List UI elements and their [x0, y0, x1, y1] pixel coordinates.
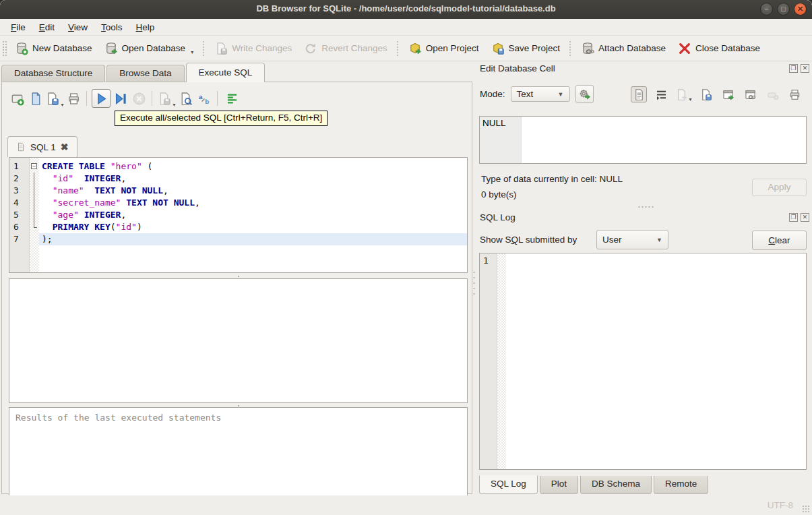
save-sql-file-button[interactable]: ▾ — [45, 89, 64, 108]
apply-button[interactable]: Apply — [752, 179, 807, 196]
close-dock-icon[interactable]: ✕ — [801, 213, 809, 222]
token: "secret_name" — [53, 198, 121, 208]
attach-database-button[interactable]: Attach Database — [575, 38, 672, 59]
dock-tab-sql-log[interactable]: SQL Log — [479, 475, 538, 494]
menu-view[interactable]: View — [61, 20, 94, 34]
print-sql-button[interactable] — [64, 89, 83, 108]
tab-browse-data[interactable]: Browse Data — [106, 65, 184, 82]
menu-tools[interactable]: Tools — [94, 20, 129, 34]
minimize-button[interactable]: − — [760, 3, 773, 16]
tab-database-structure[interactable]: Database Structure — [1, 65, 105, 82]
results-placeholder: Results of the last executed statements — [15, 413, 221, 423]
toolbar-separator — [152, 91, 154, 106]
menu-edit[interactable]: Edit — [32, 20, 61, 34]
dropdown-arrow-icon[interactable]: ▾ — [173, 102, 175, 108]
menu-help[interactable]: Help — [129, 20, 162, 34]
dock-tab-remote[interactable]: Remote — [654, 476, 708, 494]
tab-execute-sql[interactable]: Execute SQL — [186, 63, 266, 82]
open-database-button[interactable]: Open Database▾ — [98, 38, 200, 59]
token: ); — [42, 234, 53, 244]
sql-editor[interactable]: 1234567 − CREATE TABLE "hero" ( "id" INT… — [9, 157, 468, 273]
open-new-tab-button[interactable] — [7, 89, 26, 108]
token — [42, 185, 53, 195]
encoding-indicator[interactable]: UTF-8 — [768, 500, 793, 510]
menu-file[interactable]: File — [4, 20, 32, 34]
save-project-button[interactable]: Save Project — [485, 38, 567, 59]
open-in-external-icon — [675, 88, 688, 101]
token: , — [121, 210, 126, 220]
format-sql-button[interactable] — [222, 89, 241, 108]
sql-file-tab-bar: SQL 1 ✖ — [7, 135, 77, 157]
fold-margin[interactable]: − — [30, 158, 39, 272]
sql1-tab[interactable]: SQL 1 ✖ — [7, 136, 77, 157]
dock-tab-db-schema[interactable]: DB Schema — [580, 476, 652, 494]
execute-all-sql-button[interactable] — [92, 89, 111, 108]
set-as-null-button — [764, 86, 780, 102]
sql1-tab-close-icon[interactable]: ✖ — [61, 142, 69, 152]
dock-tab-plot[interactable]: Plot — [540, 476, 578, 494]
export-to-file-button[interactable] — [720, 86, 736, 102]
dropdown-arrow-icon[interactable]: ▾ — [61, 102, 63, 108]
float-dock-icon[interactable]: ❐ — [789, 64, 798, 73]
text-view-button[interactable] — [631, 86, 647, 102]
results-grid[interactable] — [9, 278, 468, 403]
cell-value: NULL — [482, 118, 506, 128]
find-text-button[interactable] — [176, 89, 195, 108]
cell-editor[interactable]: NULL — [479, 116, 807, 164]
mode-select[interactable]: Text ▼ — [511, 86, 570, 102]
revert-changes-label: Revert Changes — [321, 43, 387, 53]
cell-type-info: Type of data currently in cell: NULL — [481, 174, 623, 184]
revert-changes-icon — [304, 42, 317, 55]
main-area: Database StructureBrowse DataExecute SQL… — [0, 61, 812, 495]
maximize-button[interactable]: □ — [777, 3, 790, 16]
token — [79, 210, 84, 220]
dock-splitter-handle[interactable] — [637, 206, 655, 208]
sql-log-editor[interactable]: 1 — [479, 253, 807, 470]
clear-log-button[interactable]: Clear — [752, 231, 807, 250]
fold-collapse-icon[interactable]: − — [31, 163, 37, 169]
open-sql-file-button[interactable] — [26, 89, 45, 108]
open-in-external-button: ▾ — [675, 86, 691, 102]
new-database-button[interactable]: New Database — [9, 38, 98, 59]
close-database-label: Close Database — [695, 43, 760, 53]
log-line-number: 1 — [480, 253, 497, 469]
close-database-button[interactable]: Close Database — [672, 38, 766, 59]
sql-code-area[interactable]: CREATE TABLE "hero" ( "id" INTEGER, "nam… — [39, 158, 467, 272]
export-to-file-icon — [722, 88, 735, 101]
auto-apply-button[interactable] — [575, 85, 594, 103]
dropdown-arrow-icon[interactable]: ▾ — [191, 49, 193, 55]
toolbar-handle[interactable] — [2, 40, 7, 57]
attach-database-label: Attach Database — [598, 43, 666, 53]
token: ( — [142, 161, 153, 171]
find-replace-button[interactable]: ab — [195, 89, 214, 108]
token: "id" — [116, 222, 137, 232]
float-dock-icon[interactable]: ❐ — [789, 213, 798, 222]
copy-cell-link-button[interactable] — [742, 86, 758, 102]
word-wrap-button[interactable] — [653, 86, 669, 102]
chevron-down-icon: ▼ — [558, 91, 564, 98]
close-dock-icon[interactable]: ✕ — [801, 64, 809, 73]
save-sql-file-icon — [45, 92, 59, 106]
toolbar-separator — [202, 40, 206, 57]
mode-value: Text — [517, 89, 534, 99]
log-filter-select[interactable]: User ▼ — [596, 230, 668, 249]
save-project-icon — [491, 42, 505, 55]
pane-splitter[interactable] — [472, 270, 476, 297]
line-number: 3 — [13, 185, 29, 197]
token: , — [195, 198, 200, 208]
code-line-1: CREATE TABLE "hero" ( — [39, 160, 467, 173]
import-from-file-button[interactable] — [697, 86, 714, 102]
text-view-icon — [633, 88, 646, 101]
resize-grip[interactable] — [802, 505, 810, 513]
execute-current-line-icon — [113, 92, 127, 106]
print-cell-button[interactable] — [786, 86, 803, 102]
execute-current-line-button[interactable] — [111, 89, 129, 108]
find-replace-icon: ab — [197, 92, 212, 106]
open-sql-file-icon — [29, 92, 43, 106]
close-button[interactable]: ✕ — [794, 3, 807, 16]
open-project-button[interactable]: Open Project — [402, 38, 485, 59]
dropdown-arrow-icon[interactable]: ▾ — [689, 96, 692, 102]
open-database-label: Open Database — [122, 43, 186, 53]
execute-all-sql-icon — [94, 92, 108, 106]
close-database-icon — [678, 42, 691, 55]
